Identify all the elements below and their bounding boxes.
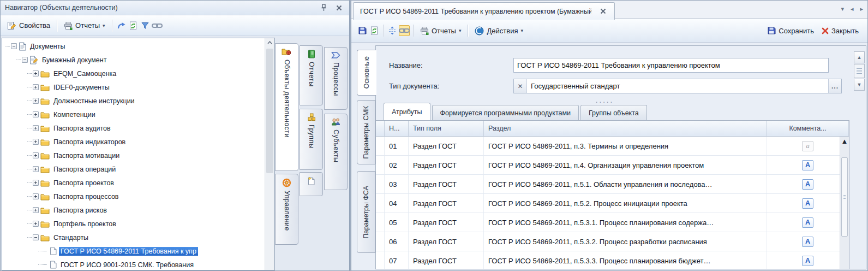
grid-scrollbar[interactable]: ▲ [840,137,849,269]
side-tab-параметры-смк[interactable]: Параметры СМК [357,100,375,164]
attr-tab-формируется-программными-продуктами[interactable]: Формируется программными продуктами [432,105,579,120]
scroll-up-button[interactable] [265,38,274,47]
save-button[interactable]: Сохранить [764,25,817,37]
expand-icon[interactable] [33,98,39,104]
attr-tab-группы-объекта[interactable]: Группы объекта [580,105,647,120]
actions-button[interactable]: Действия ▾ [471,25,526,37]
expand-icon[interactable] [33,139,39,145]
tab-scroll-right-button[interactable]: ▸ [860,5,863,13]
expand-icon[interactable] [33,180,39,186]
nav-tab-управление[interactable]: Управление [275,174,298,245]
nav-tab-отчеты[interactable]: Отчеты [300,45,323,105]
table-row[interactable]: 01Раздел ГОСТГОСТ Р ИСО 54869-2011, п.3.… [376,137,849,156]
expand-icon[interactable] [33,125,39,131]
grid-column-header[interactable]: Н... [385,121,409,136]
attr-tab-атрибуты[interactable]: Атрибуты [384,103,430,120]
refresh-button[interactable] [128,20,139,31]
properties-button[interactable]: Свойства [4,20,53,32]
comment-icon[interactable]: A [802,237,813,247]
tree-item[interactable]: Должностные инструкции [2,94,265,108]
comment-icon[interactable]: A [802,217,813,228]
pin-button[interactable] [319,3,328,13]
tree-item[interactable]: Паспорта процессов [2,190,265,203]
tree-item[interactable]: Стандарты [2,231,265,244]
expand-icon[interactable] [33,221,39,227]
table-row[interactable]: 06Раздел ГОСТГОСТ Р ИСО 54869-2011, п.5.… [376,232,849,251]
nav-tab-субъекты[interactable]: Субъекты [324,114,348,190]
navigator-close-button[interactable] [334,3,344,13]
table-row[interactable]: 07Раздел ГОСТГОСТ Р ИСО 54869-2011, п.5.… [376,251,849,269]
tree-item[interactable]: Паспорта проектов [2,176,265,190]
nav-tab-объекты-деятельности[interactable]: Объекты деятельности [275,43,298,171]
scrollbar-thumb[interactable] [854,64,865,78]
reports-button[interactable]: Отчеты ▾ [417,25,464,37]
filter-button[interactable] [140,20,151,31]
tree-item[interactable]: Паспорта операций [2,162,265,176]
side-tab-основные[interactable]: Основные [357,50,376,96]
tab-scroll-left-button[interactable]: ◂ [851,5,854,13]
tab-dropdown-button[interactable]: ▾ [841,5,844,13]
grid-column-header[interactable] [376,121,385,136]
nav-tab-процессы[interactable]: Процессы [324,47,348,110]
comment-icon[interactable]: A [802,179,813,190]
grid-column-header[interactable]: Коммента... [767,121,849,136]
grid-column-header[interactable]: Раздел [484,121,767,136]
go-to-button[interactable] [116,20,127,31]
comment-icon[interactable]: A [802,256,813,266]
document-tab-close-button[interactable] [598,7,608,16]
toolbar-separator [468,25,468,37]
table-row[interactable]: 03Раздел ГОСТГОСТ Р ИСО 54869-2011, п.5.… [376,175,849,194]
table-row[interactable]: 04Раздел ГОСТГОСТ Р ИСО 54869-2011, п.5.… [376,194,849,213]
form-scrollbar[interactable]: ▲ ▼ [854,51,865,91]
type-lookup-button[interactable]: ... [828,79,841,93]
tree-scrollbar[interactable] [265,38,274,270]
clear-type-button[interactable]: ✕ [514,79,527,93]
comment-icon[interactable]: A [802,160,813,170]
tree-item[interactable]: Паспорта аудитов [2,121,265,135]
reports-button[interactable]: Отчеты ▾ [61,20,108,32]
tree-item[interactable]: Документы [2,39,265,53]
expand-icon[interactable] [33,152,39,158]
document-tab[interactable]: ГОСТ Р ИСО 54869-2011 Требования к управ… [353,2,615,20]
table-row[interactable]: 05Раздел ГОСТГОСТ Р ИСО 54869-2011, п.5.… [376,213,849,232]
expand-icon[interactable] [33,84,39,90]
nav-tab-группы[interactable]: Группы [300,109,323,170]
link-toggle-button[interactable] [399,25,410,36]
comment-icon[interactable]: a [802,141,813,151]
save-icon-button[interactable] [357,25,368,36]
tree-item[interactable]: IDEF0-документы [2,80,265,94]
scrollbar-thumb[interactable] [266,49,273,173]
collapse-icon[interactable] [11,43,17,49]
nav-tab-new-document[interactable] [300,172,323,196]
expand-icon[interactable] [33,70,39,76]
collapse-icon[interactable] [33,234,39,240]
expand-icon[interactable] [33,193,39,199]
scrollbar-thumb[interactable] [841,157,848,237]
tree-item[interactable]: ГОСТ Р ИСО 9001-2015 СМК. Требования [2,258,265,270]
tree-item[interactable]: ГОСТ Р ИСО 54869-2011 Требования к упр [2,244,265,258]
tree-item[interactable]: Портфель проектов [2,217,265,231]
tree-item[interactable]: Бумажный документ [2,53,265,67]
cell-section: ГОСТ Р ИСО 54869-2011, п.4. Организация … [484,156,767,174]
expand-icon[interactable] [33,207,39,213]
side-tab-параметры-фса[interactable]: Параметры ФСА [357,171,375,253]
expand-icon[interactable] [33,111,39,117]
tree-item[interactable]: Компетенции [2,108,265,121]
tree-item[interactable]: EFQM_Самооценка [2,67,265,80]
scroll-up-button[interactable]: ▲ [854,51,865,63]
expand-icon[interactable] [33,166,39,172]
scroll-down-button[interactable]: ▼ [854,79,865,91]
name-input[interactable] [513,58,829,73]
table-row[interactable]: 02Раздел ГОСТГОСТ Р ИСО 54869-2011, п.4.… [376,156,849,175]
scroll-up-button[interactable]: ▲ [840,137,849,145]
close-button[interactable]: Закрыть [818,25,862,37]
link-button[interactable] [152,20,163,31]
tree-item[interactable]: Паспорта индикаторов [2,135,265,149]
tree-item[interactable]: Паспорта мотивации [2,149,265,162]
tree-item[interactable]: Паспорта рисков [2,203,265,217]
collapse-icon[interactable] [22,57,28,63]
grid-column-header[interactable]: Тип поля [409,121,484,136]
collapse-sections-button[interactable] [387,25,398,36]
comment-icon[interactable]: A [802,198,813,209]
refresh-button[interactable] [369,25,380,36]
